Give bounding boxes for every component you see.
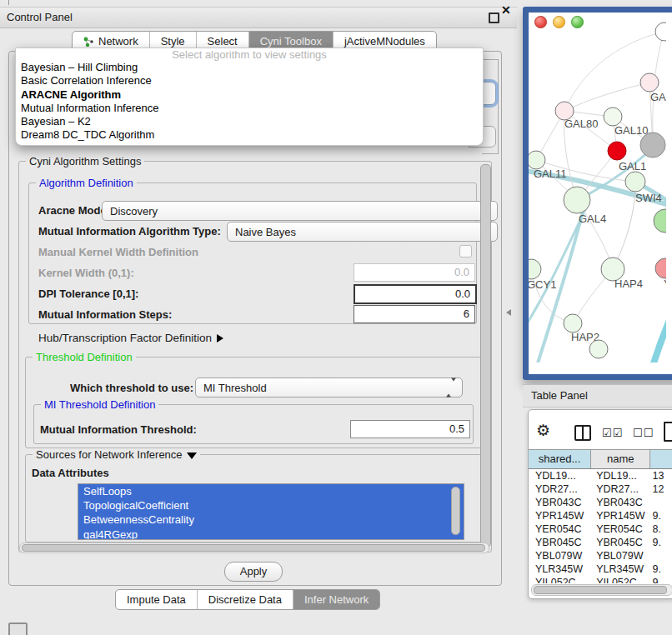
mi-steps-label: Mutual Information Steps: bbox=[38, 308, 172, 321]
new-table-icon[interactable] bbox=[664, 422, 672, 442]
network-node-label: Y bbox=[664, 278, 666, 290]
control-panel-titlebar: Control Panel bbox=[0, 7, 517, 28]
docked-panel-icon[interactable] bbox=[8, 622, 28, 635]
table-cell: YDR27... bbox=[529, 482, 591, 496]
table-row[interactable]: YDL19...YDL19...13 bbox=[529, 469, 672, 482]
network-node-label: GAL4 bbox=[579, 212, 606, 225]
minimize-window-icon[interactable] bbox=[553, 16, 565, 28]
table-cell: YBR043C bbox=[591, 496, 650, 509]
attributes-list-scrollbar-thumb[interactable] bbox=[451, 487, 460, 535]
network-node-label: GAL bbox=[650, 91, 666, 103]
table-cell: 13 bbox=[651, 469, 672, 482]
column-header[interactable] bbox=[650, 450, 672, 468]
deselect-all-icon[interactable]: ☐☐ bbox=[633, 427, 654, 439]
settings-group-title: Cyni Algorithm Settings bbox=[26, 155, 144, 168]
table-cell: YIL052C bbox=[591, 576, 650, 583]
apply-button[interactable]: Apply bbox=[224, 562, 283, 582]
table-row[interactable]: YLR345WYLR345W9. bbox=[529, 562, 672, 576]
network-node-hap2[interactable] bbox=[564, 314, 582, 332]
zoom-window-icon[interactable] bbox=[571, 16, 584, 28]
algorithm-option[interactable]: Dream8 DC_TDC Algorithm bbox=[16, 128, 483, 142]
algorithm-option[interactable]: Mutual Information Inference bbox=[16, 102, 483, 115]
table-window: ⚙ ☑☑ ☐☐ shared...name YDL19...YDL19...13… bbox=[528, 409, 672, 599]
tab-discretize-data[interactable]: Discretize Data bbox=[197, 590, 293, 609]
mi-threshold-label: Mutual Information Threshold: bbox=[40, 423, 197, 436]
hub-definition-expander[interactable]: Hub/Transcription Factor Definition bbox=[38, 332, 223, 344]
kernel-width-field[interactable]: 0.0 bbox=[354, 263, 475, 282]
column-header[interactable]: name bbox=[591, 450, 650, 468]
table-row[interactable]: YBR043CYBR043C bbox=[529, 496, 672, 509]
network-node[interactable] bbox=[589, 340, 608, 358]
network-node-gal4[interactable] bbox=[564, 187, 590, 213]
splitter-arrow[interactable] bbox=[506, 309, 511, 316]
sources-title[interactable]: Sources for Network Inference bbox=[33, 448, 200, 461]
attribute-item[interactable]: SelfLoops bbox=[78, 484, 464, 498]
network-node-gal1[interactable] bbox=[608, 142, 626, 160]
table-cell: YBL079W bbox=[591, 549, 650, 562]
hub-definition-label: Hub/Transcription Factor Definition bbox=[38, 332, 212, 344]
network-node-gal11[interactable] bbox=[529, 151, 545, 169]
table-cell: YDL19... bbox=[529, 469, 591, 482]
close-window-icon[interactable] bbox=[534, 16, 547, 28]
attribute-item[interactable]: TopologicalCoefficient bbox=[78, 498, 464, 512]
settings-horizontal-thumb[interactable] bbox=[22, 544, 485, 552]
table-panel-titlebar: Table Panel bbox=[523, 384, 672, 408]
algorithm-option[interactable]: Bayesian – K2 bbox=[16, 115, 483, 128]
tab-label: Cyni Toolbox bbox=[260, 35, 322, 48]
table-cell: YBL079W bbox=[529, 549, 591, 562]
float-window-icon[interactable] bbox=[489, 12, 499, 23]
network-edge[interactable] bbox=[564, 82, 649, 111]
network-edge[interactable] bbox=[652, 296, 666, 362]
tab-label: Discretize Data bbox=[208, 593, 282, 606]
table-row[interactable]: YIL052CYIL052C9 bbox=[529, 576, 672, 583]
dpi-tolerance-field[interactable]: 0.0 bbox=[354, 284, 477, 304]
algorithm-option[interactable]: Bayesian – Hill Climbing bbox=[16, 61, 483, 74]
network-edge[interactable] bbox=[613, 192, 635, 269]
column-layout-icon[interactable] bbox=[574, 425, 591, 441]
attribute-item[interactable]: gal4RGexp bbox=[78, 528, 464, 540]
table-row[interactable]: YBR045CYBR045C9. bbox=[529, 536, 672, 549]
table-horizontal-thumb[interactable] bbox=[534, 586, 667, 594]
column-header[interactable]: shared... bbox=[529, 450, 591, 468]
attribute-item[interactable]: BetweennessCentrality bbox=[78, 512, 464, 527]
settings-horizontal-scrollbar[interactable] bbox=[19, 542, 489, 553]
network-node-swi4[interactable] bbox=[625, 172, 645, 192]
mi-algorithm-type-label: Mutual Information Algorithm Type: bbox=[38, 225, 221, 238]
network-node-y[interactable] bbox=[655, 258, 666, 278]
mi-threshold-field[interactable]: 0.5 bbox=[350, 420, 470, 438]
tab-label: Style bbox=[161, 35, 185, 48]
algorithm-option[interactable]: Basic Correlation Inference bbox=[16, 74, 483, 88]
hidden-groupbox-edge bbox=[482, 59, 499, 60]
table-row[interactable]: YER054CYER054C8. bbox=[529, 522, 672, 536]
network-node-gcy1[interactable] bbox=[529, 259, 541, 279]
artifact-tick bbox=[8, 0, 9, 5]
table-row[interactable]: YPR145WYPR145W9. bbox=[529, 509, 672, 522]
network-canvas[interactable]: GALGAL80GAL10GAL1GAL11SWI4GAL4GCY1HAP4YH… bbox=[529, 12, 666, 362]
network-node-gal[interactable] bbox=[640, 73, 659, 92]
network-node-label: HAP4 bbox=[614, 278, 643, 290]
mi-steps-field[interactable]: 6 bbox=[354, 305, 475, 323]
aracne-mode-select[interactable]: Discovery bbox=[102, 201, 498, 221]
mi-algorithm-type-select[interactable]: Naive Bayes bbox=[227, 222, 498, 242]
table-row[interactable]: YDR27...YDR27...12 bbox=[529, 482, 672, 496]
tab-infer-network[interactable]: Infer Network bbox=[293, 590, 379, 609]
network-node[interactable] bbox=[655, 22, 666, 41]
settings-gear-icon[interactable]: ⚙ bbox=[536, 422, 550, 438]
network-node[interactable] bbox=[640, 132, 665, 158]
settings-vertical-scrollbar[interactable] bbox=[480, 164, 491, 548]
which-threshold-select[interactable]: MI Threshold bbox=[195, 378, 463, 398]
network-node[interactable] bbox=[654, 209, 666, 232]
manual-kernel-width-checkbox[interactable] bbox=[459, 245, 472, 258]
tab-label: Impute Data bbox=[127, 593, 186, 606]
table-cell: YLR345W bbox=[529, 562, 591, 576]
network-view-window[interactable]: GALGAL80GAL10GAL1GAL11SWI4GAL4GCY1HAP4YH… bbox=[523, 7, 672, 380]
network-node-gal10[interactable] bbox=[604, 108, 622, 126]
table-row[interactable]: YBL079WYBL079W bbox=[529, 549, 672, 562]
table-cell: 8. bbox=[651, 522, 672, 536]
close-icon[interactable]: ✕ bbox=[501, 3, 511, 17]
network-edge[interactable] bbox=[564, 32, 664, 111]
select-all-icon[interactable]: ☑☑ bbox=[602, 427, 623, 439]
mi-algorithm-type-value: Naive Bayes bbox=[235, 226, 296, 238]
tab-impute-data[interactable]: Impute Data bbox=[116, 590, 197, 609]
algorithm-option[interactable]: ARACNE Algorithm bbox=[16, 88, 483, 102]
